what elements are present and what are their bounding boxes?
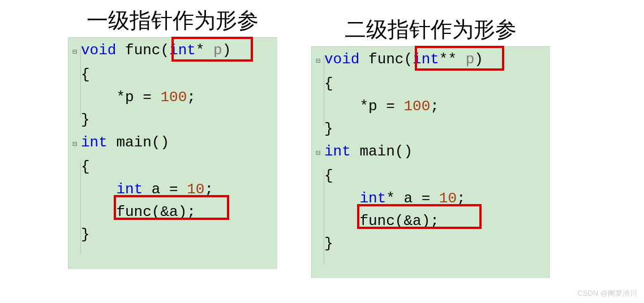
fold-minus-icon: ⊟ (72, 133, 77, 155)
watermark: CSDN @阑梦清川 (577, 288, 637, 298)
code-line-8: int a = 10; (68, 178, 261, 201)
code-line-1: ⊟ void func(int** p) (312, 48, 534, 72)
code-line-8: int* a = 10; (312, 187, 534, 210)
code-line-7: { (68, 155, 261, 178)
code-line-4: } (68, 109, 261, 131)
code-line-9: func(&a); (312, 210, 534, 232)
code-line-6: ⊟ int main() (68, 131, 261, 155)
code-line-10: } (68, 223, 261, 246)
panel-left-title: 一级指针作为形参 (87, 8, 259, 34)
fold-minus-icon: ⊟ (72, 41, 77, 63)
code-line-3: *p = 100; (68, 86, 261, 109)
code-block-right: ⊟ void func(int** p) { *p = 100; } ⊟ int… (311, 46, 550, 278)
code-line-4: } (312, 118, 534, 140)
code-line-3: *p = 100; (312, 95, 534, 118)
fold-minus-icon: ⊟ (316, 142, 320, 165)
code-line-10: } (312, 232, 534, 255)
fold-minus-icon: ⊟ (316, 50, 320, 72)
code-line-9: func(&a); (68, 201, 261, 223)
code-line-2: { (312, 72, 534, 95)
code-block-left: ⊟ void func(int* p) { *p = 100; } ⊟ int … (68, 37, 277, 269)
panels-container: 一级指针作为形参 ⊟ void func(int* p) { *p = 100;… (0, 0, 644, 278)
panel-right: 二级指针作为形参 ⊟ void func(int** p) { *p = 100… (311, 17, 550, 278)
code-line-6: ⊟ int main() (312, 140, 534, 165)
code-line-7: { (312, 165, 534, 187)
panel-left: 一级指针作为形参 ⊟ void func(int* p) { *p = 100;… (68, 8, 277, 278)
code-line-1: ⊟ void func(int* p) (68, 39, 261, 63)
code-line-2: { (68, 63, 261, 86)
panel-right-title: 二级指针作为形参 (345, 17, 517, 43)
